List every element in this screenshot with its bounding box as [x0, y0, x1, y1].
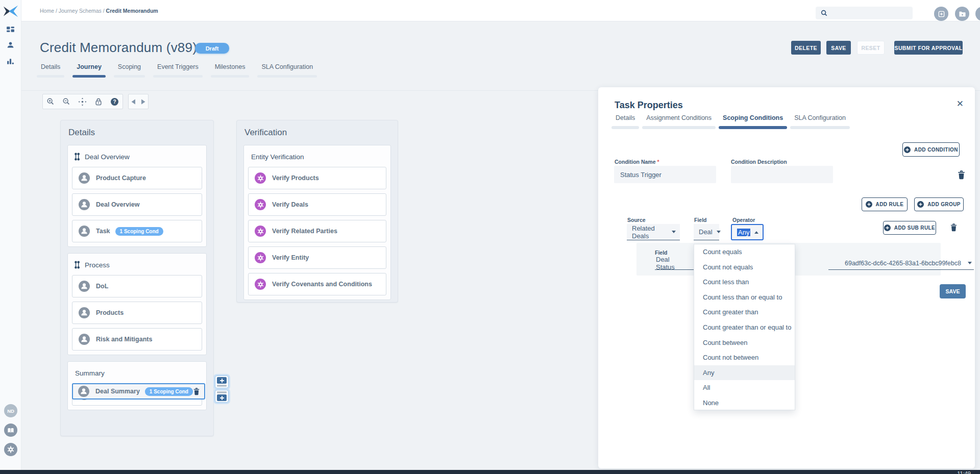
subrule-field-label: Field [655, 250, 668, 256]
panel-tab-assignment-conditions[interactable]: Assignment Conditions [645, 114, 713, 129]
tab-milestones[interactable]: Milestones [214, 63, 247, 78]
tab-details[interactable]: Details [40, 63, 61, 78]
breadcrumb-home-link[interactable]: Home [40, 8, 54, 14]
app-logo-icon[interactable] [3, 4, 18, 19]
settings-button[interactable] [4, 443, 17, 456]
operator-option[interactable]: All [694, 380, 795, 395]
help-icon[interactable]: ? [110, 97, 119, 106]
system-task-gear-icon [255, 252, 266, 263]
topbar: Home / Journey Schemas / Credit Memorand… [21, 0, 980, 21]
docs-button[interactable] [4, 423, 17, 437]
submit-for-approval-button[interactable]: SUBMIT FOR APPROVAL [894, 41, 963, 55]
search-input[interactable] [831, 10, 903, 16]
operator-select[interactable]: Any [731, 224, 764, 240]
lock-icon[interactable] [94, 97, 103, 106]
condition-description-label: Condition Description [731, 159, 787, 165]
operator-option[interactable]: Count greater than [694, 305, 795, 320]
condition-description-input[interactable] [731, 166, 833, 183]
close-icon[interactable]: ✕ [957, 99, 964, 108]
trash-icon[interactable] [193, 387, 200, 395]
panel-save-button[interactable]: SAVE [940, 284, 966, 298]
node-verify-deals[interactable]: Verify Deals [248, 193, 386, 216]
zoom-in-icon[interactable] [46, 97, 55, 106]
add-node-below-button[interactable] [215, 376, 229, 388]
subrule-field-select[interactable]: Deal Status [655, 257, 699, 270]
node-product-capture[interactable]: Product Capture [72, 167, 202, 189]
node-products[interactable]: Products [72, 302, 202, 324]
add-sub-rule-button[interactable]: ADD SUB RULE [883, 221, 936, 235]
human-task-icon [78, 386, 89, 397]
panel-tab-scoping-conditions[interactable]: Scoping Conditions [722, 114, 784, 129]
upload-button[interactable] [955, 7, 969, 21]
stage-title: Verification [244, 128, 391, 138]
dashboard-icon[interactable] [6, 26, 15, 34]
operator-option[interactable]: Count equals [694, 244, 795, 260]
os-taskbar[interactable]: 11:49 [0, 470, 980, 474]
stage-card-details[interactable]: Details Deal Overview Product Capture De… [60, 120, 214, 436]
node-deal-summary[interactable]: Deal Summary 1 Scoping Cond [72, 383, 205, 400]
breadcrumb-section-link[interactable]: Journey Schemas [59, 8, 102, 14]
operator-option[interactable]: Count not equals [694, 260, 795, 275]
panel-tab-sla-configuration[interactable]: SLA Configuration [793, 114, 847, 129]
add-group-button[interactable]: ADD GROUP [914, 197, 964, 211]
delete-rule-trash-icon[interactable] [950, 223, 958, 232]
node-label: Verify Related Parties [272, 228, 337, 235]
node-label: Task [96, 228, 110, 235]
tab-journey[interactable]: Journey [76, 63, 103, 78]
group-process[interactable]: Process DoL Products Risk and Mitigants [67, 253, 207, 355]
save-button[interactable]: SAVE [826, 41, 851, 55]
node-deal-overview[interactable]: Deal Overview [72, 193, 202, 216]
operator-option[interactable]: Count less than [694, 275, 795, 290]
field-label: Field [694, 217, 707, 223]
node-label: DoL [96, 283, 108, 290]
node-task[interactable]: Task 1 Scoping Cond [72, 220, 202, 242]
source-select[interactable]: Related Deals [627, 224, 680, 240]
next-page-icon[interactable] [141, 99, 145, 105]
node-dol[interactable]: DoL [72, 275, 202, 297]
human-task-icon [79, 172, 90, 184]
avatar[interactable]: ND [4, 404, 17, 417]
panel-tab-details[interactable]: Details [615, 114, 636, 129]
delete-condition-trash-icon[interactable] [957, 170, 966, 180]
status-badge: Draft [195, 43, 229, 54]
group-entity-verification[interactable]: Entity Verification Verify Products Veri… [243, 145, 391, 300]
stage-card-verification[interactable]: Verification Entity Verification Verify … [236, 120, 398, 303]
users-icon[interactable] [6, 41, 15, 49]
add-node-above-button[interactable] [215, 390, 229, 403]
chevron-up-icon [754, 231, 758, 234]
operator-option-selected[interactable]: Any [694, 365, 795, 381]
tab-event-triggers[interactable]: Event Triggers [156, 63, 200, 78]
create-button[interactable] [934, 7, 948, 21]
node-verify-products[interactable]: Verify Products [248, 167, 386, 189]
node-risk-and-mitigants[interactable]: Risk and Mitigants [72, 328, 202, 351]
field-select[interactable]: Deal [694, 224, 719, 240]
tab-scoping[interactable]: Scoping [117, 63, 142, 78]
operator-option[interactable]: Count not between [694, 350, 795, 365]
add-rule-button[interactable]: ADD RULE [862, 197, 908, 211]
tab-sla-configuration[interactable]: SLA Configuration [260, 63, 314, 78]
node-verify-entity[interactable]: Verify Entity [248, 246, 386, 269]
pan-icon[interactable] [78, 97, 87, 106]
prev-page-icon[interactable] [131, 99, 136, 105]
reorder-icon[interactable] [74, 261, 80, 269]
node-verify-related-parties[interactable]: Verify Related Parties [248, 220, 386, 242]
operator-option[interactable]: Count between [694, 335, 795, 351]
group-summary[interactable]: Summary Deal Summary 1 Scoping Cond Task [67, 361, 207, 410]
add-condition-button[interactable]: ADD CONDITION [902, 142, 960, 157]
group-deal-overview[interactable]: Deal Overview Product Capture Deal Overv… [67, 145, 207, 247]
operator-option[interactable]: None [694, 395, 795, 411]
reorder-icon[interactable] [74, 153, 80, 161]
reports-icon[interactable] [6, 57, 15, 66]
canvas-pager [128, 94, 149, 109]
zoom-out-icon[interactable] [62, 97, 70, 106]
condition-name-input[interactable] [614, 166, 716, 183]
node-verify-covenants[interactable]: Verify Covenants and Conditions [248, 273, 386, 295]
required-marker: * [657, 159, 659, 165]
subrule-value-select[interactable]: 69adf63c-dc6c-4265-83a1-6bcbc99febc8 [828, 257, 974, 270]
reset-button[interactable]: RESET [857, 41, 885, 55]
operator-option[interactable]: Count less than or equal to [694, 290, 795, 305]
notifications-button[interactable] [975, 7, 980, 21]
breadcrumb-separator: / [103, 8, 105, 14]
delete-button[interactable]: DELETE [791, 41, 821, 55]
operator-option[interactable]: Count greater than or equal to [694, 320, 795, 335]
